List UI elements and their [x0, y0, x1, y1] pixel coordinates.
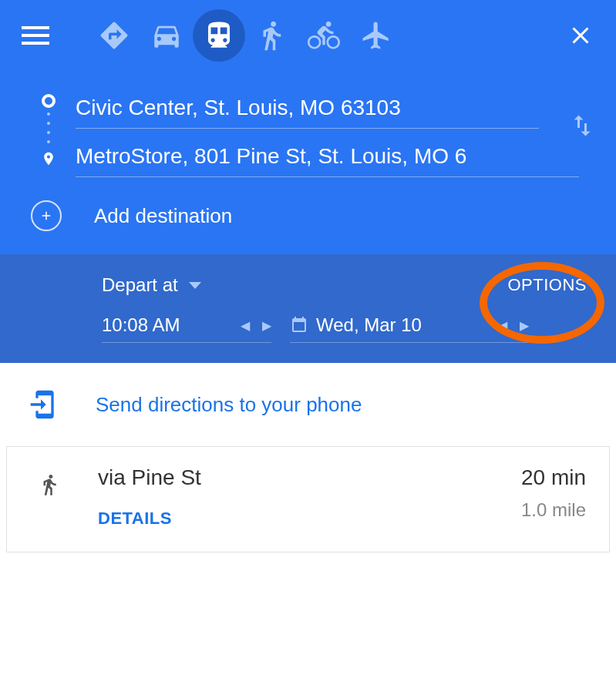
menu-button[interactable] — [22, 22, 49, 49]
car-icon — [150, 19, 183, 52]
depart-at-dropdown[interactable]: Depart at — [102, 274, 201, 296]
walk-icon — [255, 19, 288, 52]
waypoint-indicator-column — [22, 86, 76, 177]
mode-transit[interactable] — [193, 9, 245, 62]
send-to-phone-icon — [29, 389, 60, 420]
train-icon — [203, 19, 235, 52]
time-field[interactable]: 10:08 AM ◀ ▶ — [102, 314, 271, 343]
route-details-button[interactable]: DETAILS — [98, 509, 521, 529]
send-to-phone-label: Send directions to your phone — [96, 393, 362, 417]
mode-best[interactable] — [88, 9, 140, 62]
add-destination-row[interactable]: Add destination — [22, 200, 594, 231]
time-prev-button[interactable]: ◀ — [241, 318, 250, 333]
date-value: Wed, Mar 10 — [316, 314, 490, 336]
close-icon — [567, 22, 594, 49]
close-button[interactable] — [567, 22, 594, 49]
swap-icon — [568, 112, 596, 139]
time-next-button[interactable]: ▶ — [262, 318, 271, 333]
plus-icon — [39, 209, 53, 223]
schedule-panel: Depart at OPTIONS 10:08 AM ◀ ▶ Wed, Mar … — [0, 254, 616, 363]
route-duration: 20 min — [521, 465, 586, 490]
date-next-button[interactable]: ▶ — [520, 318, 529, 333]
chevron-down-icon — [189, 282, 201, 289]
route-result-card[interactable]: via Pine St DETAILS 20 min 1.0 mile — [6, 446, 610, 552]
swap-button[interactable] — [568, 112, 602, 143]
plane-icon — [360, 19, 392, 52]
mode-cycling[interactable] — [298, 9, 350, 62]
date-field[interactable]: Wed, Mar 10 ◀ ▶ — [290, 314, 529, 343]
mode-driving[interactable] — [140, 9, 193, 62]
origin-circle-icon — [42, 94, 56, 108]
route-inputs: Add destination — [0, 71, 616, 254]
calendar-icon — [290, 316, 308, 334]
destination-input[interactable] — [76, 135, 579, 177]
origin-input[interactable] — [76, 86, 539, 129]
destination-pin-icon — [41, 148, 56, 170]
travel-mode-selector — [88, 9, 402, 62]
add-destination-button[interactable] — [31, 200, 62, 231]
depart-label: Depart at — [102, 274, 178, 296]
directions-panel: Add destination Depart at OPTIONS 10:08 … — [0, 0, 616, 363]
results-panel: Send directions to your phone via Pine S… — [0, 363, 616, 552]
route-distance: 1.0 mile — [521, 499, 586, 521]
date-prev-button[interactable]: ◀ — [498, 318, 507, 333]
add-destination-label: Add destination — [94, 204, 232, 228]
walk-icon — [38, 468, 61, 501]
route-via-label: via Pine St — [98, 465, 521, 490]
time-value: 10:08 AM — [102, 314, 241, 336]
bike-icon — [308, 19, 340, 52]
directions-icon — [98, 19, 130, 52]
send-to-phone-row[interactable]: Send directions to your phone — [0, 363, 616, 446]
mode-walking[interactable] — [245, 9, 298, 62]
mode-flights[interactable] — [350, 9, 402, 62]
mode-bar — [0, 0, 616, 71]
options-button[interactable]: OPTIONS — [507, 275, 587, 295]
